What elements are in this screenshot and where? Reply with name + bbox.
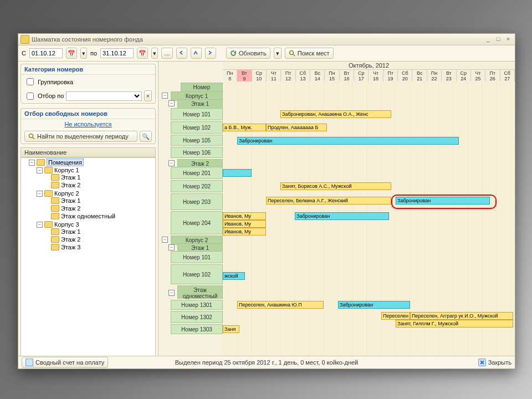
tree-etazh-2b[interactable]: Этаж 2 bbox=[44, 205, 155, 212]
bar-201[interactable] bbox=[223, 169, 252, 177]
collapse-e1[interactable]: − bbox=[168, 100, 175, 106]
day-header[interactable]: Ср10 bbox=[252, 70, 267, 82]
date-to-label: по bbox=[90, 50, 97, 57]
date-from-label: С bbox=[22, 50, 26, 57]
nav-next-button[interactable] bbox=[205, 48, 216, 59]
filter-clear-button[interactable]: × bbox=[144, 90, 152, 101]
day-header[interactable]: Вт23 bbox=[442, 70, 456, 82]
row-1303[interactable]: Номер 1303 bbox=[171, 324, 223, 334]
bar-101[interactable]: Забронирован, Анашкина О.А., Женс bbox=[280, 110, 391, 118]
collapse-e2[interactable]: − bbox=[168, 160, 175, 166]
bar-1303[interactable]: Заня bbox=[223, 325, 239, 333]
bar-1302b[interactable]: Переселен, Агграгр ук И.О., Мужской bbox=[410, 312, 513, 320]
row-204[interactable]: Номер 204 bbox=[171, 211, 223, 234]
day-header[interactable]: Ср17 bbox=[354, 70, 369, 82]
bar-102b1[interactable]: жской bbox=[223, 272, 245, 280]
filter-select[interactable] bbox=[66, 91, 141, 101]
day-header[interactable]: Пт19 bbox=[383, 70, 398, 82]
tree-etazh-single[interactable]: Этаж одноместный bbox=[44, 213, 155, 219]
bar-1301a[interactable]: Переселен, Анашкина Ю.П bbox=[237, 301, 324, 309]
maximize-button[interactable]: □ bbox=[494, 35, 503, 43]
bar-105[interactable]: Забронирован bbox=[237, 137, 459, 145]
nav-prev-button[interactable] bbox=[176, 48, 187, 59]
titlebar: Шахматка состояния номерного фонда _ □ × bbox=[18, 34, 515, 45]
row-105[interactable]: Номер 105 bbox=[171, 135, 223, 146]
row-106[interactable]: Номер 106 bbox=[171, 147, 223, 158]
group-checkbox[interactable] bbox=[27, 78, 34, 85]
row-101[interactable]: Номер 101 bbox=[171, 108, 223, 120]
day-header[interactable]: Чт18 bbox=[369, 70, 383, 82]
day-header[interactable]: Пт26 bbox=[485, 70, 500, 82]
day-header[interactable]: Вс21 bbox=[412, 70, 427, 82]
day-header[interactable]: Чт11 bbox=[267, 70, 281, 82]
bar-203b[interactable]: Забронирован bbox=[396, 197, 490, 204]
collapse-k1[interactable]: − bbox=[162, 93, 168, 99]
bar-1302a[interactable]: Переселен bbox=[381, 312, 410, 320]
day-header[interactable]: Пн8 bbox=[223, 70, 237, 82]
bar-102b[interactable]: Продлен, Аааааааа Б bbox=[266, 124, 327, 131]
bar-203a[interactable]: Переселен, Белкина А.Г., Женский bbox=[266, 197, 391, 204]
row-1302[interactable]: Номер 1302 bbox=[171, 311, 223, 323]
tree-etazh-1b[interactable]: Этаж 1 bbox=[44, 197, 155, 204]
row-203[interactable]: Номер 203 bbox=[171, 193, 223, 210]
tree-etazh-3c[interactable]: Этаж 3 bbox=[44, 244, 155, 250]
tree[interactable]: −Помещения −Корпус 1 Этаж 1 Этаж 2 −Корп… bbox=[21, 157, 156, 356]
tree-etazh-1[interactable]: Этаж 1 bbox=[44, 174, 155, 181]
close-button[interactable]: × bbox=[504, 35, 513, 43]
day-header[interactable]: Пт12 bbox=[281, 70, 295, 82]
row-202[interactable]: Номер 202 bbox=[171, 180, 223, 192]
day-header[interactable]: Пн15 bbox=[325, 70, 339, 82]
find-period-button[interactable]: Найти по выделенному периоду bbox=[24, 131, 137, 142]
day-header[interactable]: Сб13 bbox=[296, 70, 310, 82]
bar-204a[interactable]: Иванов, Му bbox=[223, 212, 266, 220]
tree-etazh-2c[interactable]: Этаж 2 bbox=[44, 236, 155, 243]
bar-1302c[interactable]: Занят, Гилплм Г., Мужской bbox=[396, 320, 513, 328]
tree-root[interactable]: −Помещения bbox=[29, 158, 155, 166]
date-to-input[interactable] bbox=[100, 48, 134, 58]
svg-line-1 bbox=[293, 54, 295, 56]
tree-header: Наименование bbox=[21, 147, 156, 157]
statusbar: Сводный счет на оплату Выделен период 25… bbox=[18, 356, 515, 369]
row-102b[interactable]: Номер 102 bbox=[171, 264, 223, 284]
date-from-step-button[interactable]: ▾ bbox=[80, 48, 87, 59]
refresh-button[interactable]: Обновить bbox=[226, 48, 270, 59]
day-header[interactable]: Ср24 bbox=[457, 70, 471, 82]
search-button[interactable]: Поиск мест bbox=[285, 48, 334, 59]
bar-102a[interactable]: а Б.В., Муж. bbox=[223, 124, 266, 131]
row-201[interactable]: Номер 201 bbox=[171, 167, 223, 179]
more-button[interactable]: … bbox=[161, 48, 173, 59]
day-header[interactable]: Вт9 bbox=[237, 70, 252, 82]
not-used-link[interactable]: Не используется bbox=[64, 121, 111, 127]
date-to-picker-button[interactable]: 📅 bbox=[137, 48, 148, 59]
filter-checkbox[interactable] bbox=[27, 93, 34, 100]
date-from-input[interactable] bbox=[29, 48, 63, 58]
day-header[interactable]: Чт25 bbox=[471, 70, 485, 82]
tree-etazh-2[interactable]: Этаж 2 bbox=[44, 182, 155, 188]
day-header[interactable]: Вт16 bbox=[340, 70, 354, 82]
find-extra-button[interactable]: 🔍 bbox=[140, 131, 152, 142]
tree-etazh-1c[interactable]: Этаж 1 bbox=[44, 228, 155, 235]
tree-korpus-1[interactable]: −Корпус 1 bbox=[37, 167, 155, 173]
day-header[interactable]: Сб27 bbox=[500, 70, 515, 82]
day-header[interactable]: Сб20 bbox=[398, 70, 412, 82]
row-1301[interactable]: Номер 1301 bbox=[171, 300, 223, 310]
row-102[interactable]: Номер 102 bbox=[171, 121, 223, 134]
row-101b[interactable]: Номер 101 bbox=[171, 251, 223, 263]
refresh-dropdown-button[interactable]: ▾ bbox=[274, 48, 282, 59]
day-header[interactable]: Пн22 bbox=[427, 70, 442, 82]
nav-home-button[interactable] bbox=[191, 48, 202, 59]
tree-korpus-2[interactable]: −Корпус 2 bbox=[37, 190, 155, 197]
collapse-k2[interactable]: − bbox=[162, 237, 168, 243]
date-to-step-button[interactable]: ▾ bbox=[151, 48, 158, 59]
collapse-e1b[interactable]: − bbox=[168, 244, 175, 250]
date-from-picker-button[interactable]: 📅 bbox=[66, 48, 77, 59]
day-header[interactable]: Вс14 bbox=[310, 70, 325, 82]
bar-204b[interactable]: Иванов, Му bbox=[223, 220, 266, 228]
bar-1301b[interactable]: Забронирован bbox=[338, 301, 410, 309]
bar-204d[interactable]: Забронирован bbox=[295, 212, 389, 220]
bar-204c[interactable]: Иванов, Му bbox=[223, 228, 266, 236]
tree-korpus-3[interactable]: −Корпус 3 bbox=[37, 221, 155, 228]
bar-202[interactable]: Занят, Борисов А.С., Мужской bbox=[280, 182, 391, 190]
minimize-button[interactable]: _ bbox=[484, 35, 493, 43]
collapse-esingle[interactable]: − bbox=[168, 290, 175, 296]
